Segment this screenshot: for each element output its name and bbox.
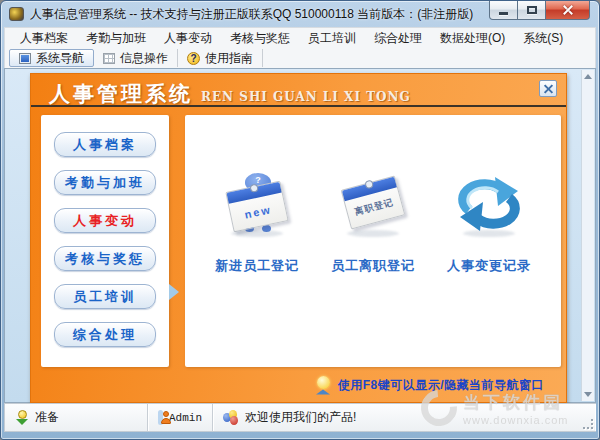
- window-title: 人事信息管理系统 -- 技术支持与注册正版联系QQ 510000118 当前版本…: [30, 6, 473, 23]
- mdi-client-area: 人事管理系统 REN SHI GUAN LI XI TONG 人事档案 考勤与加…: [4, 68, 596, 403]
- item-employee-resignation-registration[interactable]: 离职登记 员工离职登记: [318, 173, 428, 275]
- sidebar-item-hr-archives[interactable]: 人事档案: [54, 132, 156, 157]
- status-user-section: Admin: [148, 404, 213, 431]
- resignation-icon: 离职登记: [337, 173, 409, 237]
- panel-subtitle: REN SHI GUAN LI XI TONG: [201, 90, 411, 104]
- content-panel: ? new 新进员工登记 离职登记: [185, 115, 561, 367]
- sidebar-item-assessment-rewards[interactable]: 考核与奖惩: [54, 246, 156, 271]
- sidebar-item-comprehensive-processing[interactable]: 综合处理: [54, 322, 156, 347]
- arrow-up-icon: [584, 74, 592, 79]
- sidebar-item-personnel-changes[interactable]: 人事变动: [54, 208, 156, 233]
- status-user-name: Admin: [169, 412, 202, 424]
- f8-tip: 使用F8键可以显示/隐藏当前导航窗口: [316, 376, 544, 395]
- status-bar: 准备 Admin 欢迎使用我们的产品!: [4, 403, 596, 432]
- minimize-icon: [499, 12, 508, 15]
- item-label: 人事变更记录: [447, 257, 531, 275]
- menu-item-attendance-overtime[interactable]: 考勤与加班: [77, 28, 155, 49]
- system-navigation-label: 系统导航: [36, 50, 84, 67]
- grid-icon: [103, 53, 115, 64]
- lightbulb-icon: [316, 376, 331, 395]
- menu-item-hr-archives[interactable]: 人事档案: [11, 28, 77, 49]
- arrow-down-icon: [584, 392, 592, 397]
- menu-item-comprehensive-processing[interactable]: 综合处理: [365, 28, 431, 49]
- navigation-icon: [19, 53, 31, 64]
- navigation-panel: 人事管理系统 REN SHI GUAN LI XI TONG 人事档案 考勤与加…: [30, 73, 567, 403]
- info-operation-button[interactable]: 信息操作: [94, 49, 178, 67]
- f8-tip-text: 使用F8键可以显示/隐藏当前导航窗口: [338, 377, 544, 394]
- vertical-scrollbar[interactable]: [581, 70, 594, 401]
- panel-header: 人事管理系统 REN SHI GUAN LI XI TONG: [31, 74, 566, 107]
- sidebar-item-attendance-overtime[interactable]: 考勤与加班: [54, 170, 156, 195]
- user-guide-button[interactable]: ? 使用指南: [178, 49, 263, 67]
- active-item-arrow-icon: [169, 284, 179, 300]
- caption-buttons: [489, 1, 590, 20]
- app-icon: [9, 7, 24, 21]
- status-welcome-text: 欢迎使用我们的产品!: [245, 409, 356, 426]
- menu-bar: 人事档案 考勤与加班 人事变动 考核与奖惩 员工培训 综合处理 数据处理(O) …: [4, 27, 596, 48]
- balloons-icon: [223, 410, 239, 425]
- close-icon: [562, 4, 574, 16]
- item-label: 员工离职登记: [331, 257, 415, 275]
- maximize-button[interactable]: [518, 1, 545, 20]
- info-operation-label: 信息操作: [120, 50, 168, 67]
- status-ready-text: 准备: [35, 409, 59, 426]
- scroll-down-button[interactable]: [582, 388, 594, 401]
- new-employee-icon: ? new: [221, 173, 293, 237]
- user-guide-label: 使用指南: [205, 50, 253, 67]
- resize-grip[interactable]: [581, 417, 593, 429]
- change-record-cycle-icon: [453, 173, 525, 237]
- panel-close-button[interactable]: [539, 80, 557, 97]
- app-window: 人事信息管理系统 -- 技术支持与注册正版联系QQ 510000118 当前版本…: [0, 0, 600, 440]
- sidebar-item-employee-training[interactable]: 员工培训: [54, 284, 156, 309]
- item-new-employee-registration[interactable]: ? new 新进员工登记: [202, 173, 312, 275]
- panel-title: 人事管理系统: [49, 80, 193, 108]
- toolbar: 系统导航 信息操作 ? 使用指南: [4, 48, 596, 68]
- system-navigation-button[interactable]: 系统导航: [9, 49, 94, 67]
- item-personnel-change-records[interactable]: 人事变更记录: [434, 173, 544, 275]
- scroll-up-button[interactable]: [582, 70, 594, 83]
- minimize-button[interactable]: [489, 1, 518, 20]
- menu-item-employee-training[interactable]: 员工培训: [299, 28, 365, 49]
- menu-item-system[interactable]: 系统(S): [514, 28, 572, 49]
- maximize-icon: [527, 6, 537, 14]
- close-button[interactable]: [545, 1, 590, 20]
- sidebar: 人事档案 考勤与加班 人事变动 考核与奖惩 员工培训 综合处理: [41, 115, 169, 367]
- user-icon: [158, 410, 163, 425]
- ready-icon: [15, 410, 29, 425]
- item-label: 新进员工登记: [215, 257, 299, 275]
- status-welcome-section: 欢迎使用我们的产品!: [213, 404, 595, 431]
- status-ready-section: 准备: [5, 404, 148, 431]
- menu-item-personnel-changes[interactable]: 人事变动: [155, 28, 221, 49]
- menu-item-assessment-rewards[interactable]: 考核与奖惩: [221, 28, 299, 49]
- menu-item-data-processing[interactable]: 数据处理(O): [431, 28, 514, 49]
- help-icon: ?: [187, 52, 200, 65]
